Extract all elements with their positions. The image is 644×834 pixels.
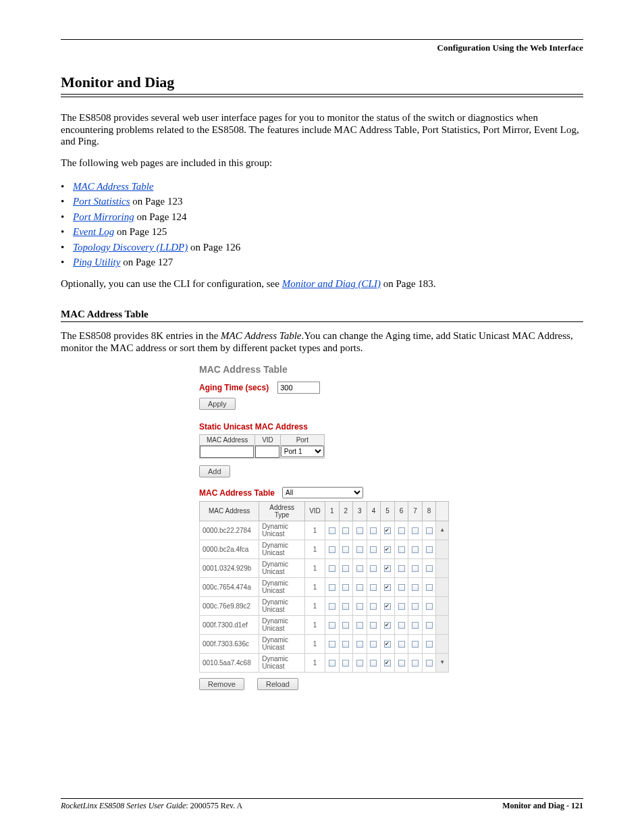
cell-port-2[interactable]	[339, 558, 353, 577]
scrollbar-cell[interactable]	[436, 615, 449, 634]
cell-port-3[interactable]	[353, 577, 367, 596]
cell-port-5[interactable]	[381, 634, 395, 653]
cell-port-8[interactable]	[422, 615, 436, 634]
port-checkbox[interactable]	[412, 565, 419, 572]
cell-port-3[interactable]	[353, 596, 367, 615]
port-checkbox[interactable]	[370, 603, 377, 610]
port-checkbox[interactable]	[356, 641, 363, 648]
cell-port-4[interactable]	[367, 634, 381, 653]
doc-link[interactable]: Port Statistics	[73, 196, 130, 207]
scrollbar-cell[interactable]	[436, 577, 449, 596]
port-checkbox[interactable]	[412, 546, 419, 553]
cell-port-5[interactable]	[381, 521, 395, 540]
port-checkbox[interactable]	[384, 603, 391, 610]
port-checkbox[interactable]	[398, 584, 405, 591]
add-button[interactable]: Add	[199, 465, 230, 477]
port-checkbox[interactable]	[426, 622, 433, 629]
static-port-select[interactable]: Port 1	[281, 446, 324, 457]
cell-port-2[interactable]	[339, 577, 353, 596]
cell-port-2[interactable]	[339, 615, 353, 634]
port-checkbox[interactable]	[398, 660, 405, 667]
port-checkbox[interactable]	[384, 660, 391, 667]
cell-port-5[interactable]	[381, 596, 395, 615]
cell-port-7[interactable]	[408, 596, 423, 615]
port-checkbox[interactable]	[370, 660, 377, 667]
scrollbar-cell[interactable]	[436, 558, 449, 577]
port-checkbox[interactable]	[370, 546, 377, 553]
port-checkbox[interactable]	[329, 660, 336, 667]
port-checkbox[interactable]	[342, 622, 349, 629]
cell-port-1[interactable]	[325, 596, 340, 615]
cell-port-4[interactable]	[367, 653, 381, 672]
cell-port-8[interactable]	[422, 521, 436, 540]
scrollbar-cell[interactable]	[436, 540, 449, 558]
port-checkbox[interactable]	[342, 584, 349, 591]
port-checkbox[interactable]	[370, 622, 377, 629]
cell-port-4[interactable]	[367, 596, 381, 615]
cell-port-1[interactable]	[325, 615, 340, 634]
cell-port-3[interactable]	[353, 634, 367, 653]
port-checkbox[interactable]	[398, 565, 405, 572]
cell-port-6[interactable]	[394, 634, 408, 653]
port-checkbox[interactable]	[384, 584, 391, 591]
port-checkbox[interactable]	[398, 622, 405, 629]
cell-port-7[interactable]	[408, 521, 423, 540]
port-checkbox[interactable]	[329, 641, 336, 648]
port-checkbox[interactable]	[370, 565, 377, 572]
port-checkbox[interactable]	[398, 546, 405, 553]
cell-port-8[interactable]	[422, 577, 436, 596]
port-checkbox[interactable]	[412, 622, 419, 629]
cell-port-6[interactable]	[394, 540, 408, 558]
port-checkbox[interactable]	[426, 660, 433, 667]
static-mac-input[interactable]	[200, 446, 254, 458]
port-checkbox[interactable]	[356, 584, 363, 591]
cell-port-2[interactable]	[339, 596, 353, 615]
cell-port-6[interactable]	[394, 653, 408, 672]
port-checkbox[interactable]	[384, 641, 391, 648]
port-checkbox[interactable]	[370, 527, 377, 534]
cell-port-7[interactable]	[408, 540, 423, 558]
port-checkbox[interactable]	[384, 546, 391, 553]
cell-port-2[interactable]	[339, 634, 353, 653]
cell-port-8[interactable]	[422, 558, 436, 577]
cell-port-7[interactable]	[408, 577, 423, 596]
cell-port-7[interactable]	[408, 615, 423, 634]
cell-port-1[interactable]	[325, 558, 340, 577]
port-checkbox[interactable]	[412, 527, 419, 534]
cell-port-5[interactable]	[381, 558, 395, 577]
port-checkbox[interactable]	[426, 546, 433, 553]
port-checkbox[interactable]	[412, 584, 419, 591]
port-checkbox[interactable]	[384, 622, 391, 629]
port-checkbox[interactable]	[426, 527, 433, 534]
cell-port-7[interactable]	[408, 653, 423, 672]
port-checkbox[interactable]	[384, 565, 391, 572]
port-checkbox[interactable]	[329, 622, 336, 629]
port-checkbox[interactable]	[412, 660, 419, 667]
port-checkbox[interactable]	[412, 641, 419, 648]
remove-button[interactable]: Remove	[199, 678, 244, 690]
mac-filter-select[interactable]: All	[282, 487, 363, 498]
doc-link[interactable]: Port Mirroring	[73, 211, 134, 222]
port-checkbox[interactable]	[329, 603, 336, 610]
doc-link[interactable]: MAC Address Table	[73, 181, 153, 192]
cell-port-1[interactable]	[325, 521, 340, 540]
doc-link[interactable]: Topology Discovery (LLDP)	[73, 242, 188, 253]
cell-port-2[interactable]	[339, 521, 353, 540]
port-checkbox[interactable]	[398, 527, 405, 534]
cell-port-1[interactable]	[325, 540, 340, 558]
cell-port-3[interactable]	[353, 615, 367, 634]
cell-port-3[interactable]	[353, 540, 367, 558]
cell-port-4[interactable]	[367, 615, 381, 634]
cell-port-1[interactable]	[325, 653, 340, 672]
cell-port-6[interactable]	[394, 521, 408, 540]
cell-port-5[interactable]	[381, 653, 395, 672]
port-checkbox[interactable]	[426, 641, 433, 648]
cell-port-4[interactable]	[367, 540, 381, 558]
cell-port-4[interactable]	[367, 521, 381, 540]
port-checkbox[interactable]	[356, 660, 363, 667]
port-checkbox[interactable]	[342, 641, 349, 648]
port-checkbox[interactable]	[426, 603, 433, 610]
cell-port-3[interactable]	[353, 521, 367, 540]
port-checkbox[interactable]	[329, 546, 336, 553]
static-vid-input[interactable]	[255, 446, 279, 458]
